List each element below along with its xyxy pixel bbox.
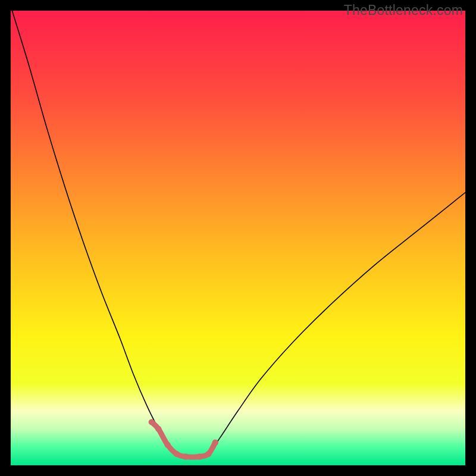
valley-marker <box>205 451 211 457</box>
plot-area <box>11 11 465 465</box>
valley-marker <box>149 419 155 425</box>
chart-svg <box>11 11 465 465</box>
chart-container: TheBottleneck.com <box>0 0 476 476</box>
valley-marker <box>212 440 218 446</box>
valley-marker <box>174 451 180 457</box>
valley-marker <box>155 426 161 432</box>
chart-background <box>11 11 465 465</box>
valley-marker <box>196 453 202 459</box>
watermark-text: TheBottleneck.com <box>344 2 463 18</box>
valley-marker <box>164 441 170 447</box>
valley-marker <box>183 453 189 459</box>
